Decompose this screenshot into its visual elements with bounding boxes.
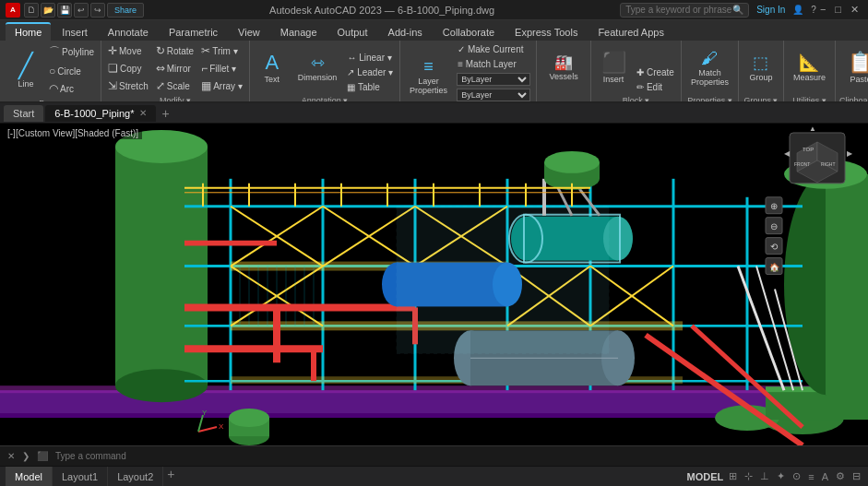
grid-toggle[interactable]: ⊞ [727, 470, 739, 482]
trim-button[interactable]: ✂ Trim ▾ [198, 42, 245, 59]
workspace-toggle[interactable]: ⚙ [834, 470, 847, 482]
arc-button[interactable]: ◠ Arc [46, 80, 97, 97]
doc-tab-piping[interactable]: 6-B-1000_Piping* ✕ [45, 105, 156, 122]
copy-button[interactable]: ❏ Copy [105, 60, 151, 77]
search-input[interactable] [625, 5, 732, 15]
title-bar-left: A 🗋 📂 💾 ↩ ↪ Share [6, 3, 144, 18]
tab-home[interactable]: Home [6, 22, 51, 41]
tab-insert[interactable]: Insert [53, 24, 97, 41]
edit-button[interactable]: ✏ Edit [634, 80, 677, 94]
close-button[interactable]: ✕ [847, 4, 862, 16]
vessels-icon: 🏭 [554, 55, 573, 70]
tab-featured[interactable]: Featured Apps [589, 24, 673, 41]
text-button[interactable]: A Text [254, 42, 291, 94]
annotation-toggle[interactable]: A [820, 471, 830, 482]
search-box[interactable]: 🔍 [620, 3, 749, 18]
measure-icon: 📐 [799, 54, 819, 71]
command-icon1[interactable]: ✕ [4, 451, 18, 461]
snap-toggle[interactable]: ⊹ [743, 470, 755, 482]
green-sphere-cap [544, 151, 600, 173]
paste-button[interactable]: 📋 Paste [842, 42, 868, 94]
model-tab-model[interactable]: Model [6, 467, 53, 487]
command-icon2[interactable]: ❯ [18, 451, 33, 461]
vessels-group-label [563, 94, 565, 103]
undo-button[interactable]: ↩ [74, 3, 89, 18]
match-properties-button[interactable]: 🖌 MatchProperties [685, 42, 734, 94]
tab-output[interactable]: Output [328, 24, 377, 41]
model-indicator: MODEL [687, 471, 724, 482]
save-button[interactable]: 💾 [57, 3, 72, 18]
minimize-button[interactable]: − [816, 4, 829, 16]
match-layer-button[interactable]: ≡ Match Layer [455, 57, 532, 71]
tab-addins[interactable]: Add-ins [379, 24, 432, 41]
linear-button[interactable]: ↔ Linear ▾ [344, 51, 396, 65]
insert-icon: ⬛ [601, 53, 626, 73]
new-button[interactable]: 🗋 [24, 3, 39, 18]
polar-toggle[interactable]: ✦ [775, 470, 787, 482]
command-input[interactable] [52, 451, 864, 461]
table-button[interactable]: ▦ Table [344, 80, 396, 94]
measure-button[interactable]: 📐 Measure [788, 42, 831, 94]
ui-toggle[interactable]: ⊟ [850, 470, 862, 482]
rotate-button[interactable]: ↻ Rotate [153, 42, 196, 59]
group-button[interactable]: ⬚ Group [743, 42, 779, 94]
command-icon3[interactable]: ⬛ [33, 451, 52, 461]
share-button[interactable]: Share [107, 3, 144, 18]
insert-button[interactable]: ⬛ Insert [595, 42, 632, 94]
view-nav-top: ▲ [809, 124, 816, 133]
viewcube[interactable]: TOP FRONT RIGHT [790, 133, 845, 184]
ribbon-group-annotation: A Text ⇿ Dimension ↔ Linear ▾ ↗ Leader ▾… [250, 41, 400, 101]
vessels-button[interactable]: 🏭 Vessels [541, 42, 587, 94]
sign-in-button[interactable]: Sign In [756, 5, 785, 15]
move-button[interactable]: ✛ Move [105, 42, 151, 59]
doc-tab-start[interactable]: Start [4, 105, 43, 122]
model-tab-layout2[interactable]: Layout2 [108, 467, 163, 487]
model-tab-layout1[interactable]: Layout1 [53, 467, 108, 487]
make-current-button[interactable]: ✓ Make Current [455, 42, 532, 56]
layer-select[interactable]: ByLayer [457, 73, 530, 86]
scale-button[interactable]: ⤢ Scale [153, 77, 196, 94]
svg-text:⊕: ⊕ [770, 201, 778, 211]
circle-icon: ○ [49, 65, 55, 77]
create-button[interactable]: ✚ Create [634, 65, 677, 79]
tab-collaborate[interactable]: Collaborate [434, 24, 504, 41]
polyline-button[interactable]: ⌒ Polyline [46, 42, 97, 62]
cad-scene[interactable]: X Y TOP FRONT RIGHT ▲ ◀ ▶ ⊕ ⊖ ⟲ 🏠 [0, 124, 868, 445]
add-tab-button[interactable]: + [158, 106, 172, 121]
draw-col: ⌒ Polyline ○ Circle ◠ Arc [46, 42, 97, 97]
layer-select2[interactable]: ByLayer [457, 89, 530, 101]
app-icon: A [6, 3, 20, 18]
open-button[interactable]: 📂 [41, 3, 55, 18]
view-nav-left: ◀ [784, 149, 791, 158]
stretch-button[interactable]: ⇲ Stretch [105, 77, 151, 94]
tab-manage[interactable]: Manage [271, 24, 327, 41]
tab-express[interactable]: Express Tools [505, 24, 587, 41]
viewport[interactable]: [-][Custom View][Shaded (Fast)] [0, 124, 868, 445]
array-button[interactable]: ▦ Array ▾ [198, 77, 245, 94]
annotation-col: ↔ Linear ▾ ↗ Leader ▾ ▦ Table [344, 51, 396, 94]
lineweight-toggle[interactable]: ≡ [806, 471, 815, 482]
dimension-button[interactable]: ⇿ Dimension [292, 42, 343, 94]
redo-button[interactable]: ↪ [90, 3, 105, 18]
array-icon: ▦ [201, 79, 211, 92]
tab-annotate[interactable]: Annotate [99, 24, 158, 41]
mirror-button[interactable]: ⇔ Mirror [153, 60, 196, 77]
ribbon-group-groups: ⬚ Group Groups ▾ [739, 41, 784, 101]
ortho-toggle[interactable]: ⊥ [758, 470, 771, 482]
tab-parametric[interactable]: Parametric [160, 24, 227, 41]
match-properties-icon: 🖌 [701, 50, 718, 66]
osnap-toggle[interactable]: ⊙ [791, 470, 803, 482]
paste-icon: 📋 [848, 53, 868, 73]
line-button[interactable]: ╱ Line [7, 45, 44, 97]
fillet-button[interactable]: ⌐ Fillet ▾ [198, 60, 245, 77]
circle-button[interactable]: ○ Circle [46, 63, 97, 79]
rotate-icon: ↻ [156, 44, 165, 57]
doc-tab-close[interactable]: ✕ [139, 108, 147, 118]
user-icon[interactable]: 👤 [792, 5, 803, 15]
restore-button[interactable]: □ [831, 4, 845, 16]
ribbon-group-vessels: 🏭 Vessels [537, 41, 591, 101]
layer-properties-button[interactable]: ≡ LayerProperties [404, 51, 453, 102]
leader-button[interactable]: ↗ Leader ▾ [344, 65, 396, 79]
tab-view[interactable]: View [229, 24, 269, 41]
add-layout-button[interactable]: + [163, 467, 178, 487]
